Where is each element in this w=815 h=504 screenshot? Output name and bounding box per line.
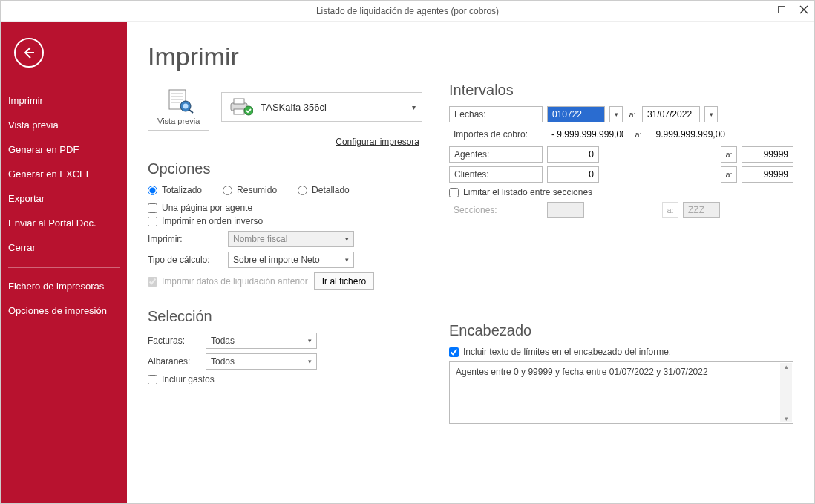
fechas-label[interactable]: Fechas: [449, 106, 543, 122]
calculo-select[interactable]: Sobre el importe Neto▾ [228, 252, 354, 268]
a-label-2: a: [633, 130, 644, 139]
close-button[interactable] [796, 2, 811, 17]
page-title: Imprimir [148, 42, 793, 71]
importes-to[interactable] [648, 126, 730, 143]
left-column: Vista previa [148, 82, 422, 424]
titlebar: Listado de liquidación de agentes (por c… [1, 1, 814, 22]
window-title: Listado de liquidación de agentes (por c… [316, 6, 499, 16]
agentes-label[interactable]: Agentes: [449, 146, 543, 163]
nav-vista-previa[interactable]: Vista previa [1, 113, 127, 137]
config-printer-row: Configurar impresora [148, 137, 419, 147]
svg-rect-0 [779, 7, 785, 13]
maximize-button[interactable] [774, 2, 789, 17]
row-prev-data: Imprimir datos de liquidación anterior I… [148, 272, 422, 290]
back-button[interactable] [14, 38, 44, 68]
nav-imprimir[interactable]: Imprimir [1, 88, 127, 113]
secciones-label: Secciones: [449, 202, 543, 218]
preview-label: Vista previa [157, 117, 200, 125]
options-heading: Opciones [148, 160, 422, 177]
row-agentes: Agentes: a: [449, 146, 793, 163]
check-orden-inverso[interactable]: Imprimir en orden inverso [148, 216, 422, 226]
fechas-to[interactable] [642, 106, 700, 122]
printer-name: TASKalfa 356ci [261, 102, 405, 113]
fechas-from[interactable] [547, 106, 605, 122]
importes-label: Importes de cobro: [449, 126, 543, 143]
facturas-label: Facturas: [148, 336, 200, 346]
preview-button[interactable]: Vista previa [148, 82, 209, 131]
check-prev-data: Imprimir datos de liquidación anterior [148, 276, 308, 287]
fechas-to-drop[interactable]: ▾ [704, 106, 718, 122]
facturas-select[interactable]: Todas▾ [206, 333, 317, 349]
body: Imprimir Vista previa Generar en PDF Gen… [1, 22, 814, 503]
header-heading: Encabezado [449, 322, 793, 339]
nav: Imprimir Vista previa Generar en PDF Gen… [1, 88, 127, 323]
row-tipo-calculo: Tipo de cálculo: Sobre el importe Neto▾ [148, 252, 422, 268]
selection-heading: Selección [148, 308, 422, 325]
agentes-to[interactable] [742, 146, 793, 163]
imprimir-label: Imprimir: [148, 234, 222, 244]
imprimir-select: Nombre fiscal▾ [228, 231, 354, 247]
columns: Vista previa [148, 82, 793, 424]
window: Listado de liquidación de agentes (por c… [0, 0, 815, 504]
check-limit-sections[interactable]: Limitar el listado entre secciones [449, 187, 793, 197]
row-secciones: Secciones: a: [449, 202, 793, 218]
radio-resumido[interactable]: Resumido [223, 185, 277, 195]
clientes-label[interactable]: Clientes: [449, 166, 543, 183]
header-text: Agentes entre 0 y 99999 y fecha entre 01… [450, 362, 793, 382]
goto-file-button[interactable]: Ir al fichero [314, 272, 374, 290]
albaranes-select[interactable]: Todos▾ [206, 353, 317, 370]
agentes-from[interactable] [547, 146, 599, 163]
a-label-4: a: [721, 166, 737, 183]
right-column: Intervalos Fechas: ▾ a: ▾ Importes de co… [449, 82, 793, 424]
svg-line-11 [189, 110, 193, 113]
clientes-to[interactable] [742, 166, 793, 183]
row-fechas: Fechas: ▾ a: ▾ [449, 106, 793, 122]
albaranes-label: Albaranes: [148, 356, 200, 367]
row-albaranes: Albaranes: Todos▾ [148, 353, 422, 370]
importes-from[interactable] [547, 126, 629, 143]
clientes-from[interactable] [547, 166, 599, 183]
nav-opciones-impresion[interactable]: Opciones de impresión [1, 298, 127, 323]
a-label-3: a: [721, 146, 737, 163]
preview-row: Vista previa [148, 82, 422, 131]
check-include-limits[interactable]: Incluir texto de límites en el encabezad… [449, 347, 793, 357]
row-imprimir: Imprimir: Nombre fiscal▾ [148, 231, 422, 247]
nav-separator [8, 267, 120, 268]
main-panel: Imprimir [127, 22, 814, 503]
chevron-down-icon: ▾ [412, 103, 416, 111]
printer-icon [228, 97, 253, 117]
secciones-from [547, 202, 584, 218]
check-incluir-gastos[interactable]: Incluir gastos [148, 374, 422, 384]
svg-rect-14 [234, 109, 244, 114]
nav-generar-excel[interactable]: Generar en EXCEL [1, 162, 127, 186]
nav-exportar[interactable]: Exportar [1, 186, 127, 211]
nav-generar-pdf[interactable]: Generar en PDF [1, 137, 127, 162]
calculo-label: Tipo de cálculo: [148, 255, 222, 265]
radio-totalizado[interactable]: Totalizado [148, 185, 202, 195]
intervals-heading: Intervalos [449, 82, 793, 99]
svg-point-10 [183, 104, 188, 109]
fechas-from-drop[interactable]: ▾ [609, 106, 623, 122]
mode-radios: Totalizado Resumido Detallado [148, 185, 422, 195]
secciones-to [683, 202, 720, 218]
nav-enviar-portal[interactable]: Enviar al Portal Doc. [1, 211, 127, 235]
check-una-pagina[interactable]: Una página por agente [148, 203, 422, 213]
row-clientes: Clientes: a: [449, 166, 793, 183]
window-buttons [774, 2, 811, 17]
svg-rect-13 [234, 99, 244, 104]
header-textarea[interactable]: Agentes entre 0 y 99999 y fecha entre 01… [449, 361, 793, 424]
row-importes: Importes de cobro: a: [449, 126, 793, 143]
row-facturas: Facturas: Todas▾ [148, 333, 422, 349]
radio-detallado[interactable]: Detallado [298, 185, 350, 195]
printer-selector[interactable]: TASKalfa 356ci ▾ [221, 92, 422, 122]
sidebar: Imprimir Vista previa Generar en PDF Gen… [1, 22, 127, 503]
config-printer-link[interactable]: Configurar impresora [336, 137, 419, 147]
nav-cerrar[interactable]: Cerrar [1, 235, 127, 260]
preview-icon [163, 88, 194, 114]
a-label-5: a: [662, 202, 678, 218]
nav-fichero-impresoras[interactable]: Fichero de impresoras [1, 274, 127, 298]
scrollbar[interactable]: ▴▾ [780, 363, 792, 422]
a-label-1: a: [627, 110, 638, 119]
